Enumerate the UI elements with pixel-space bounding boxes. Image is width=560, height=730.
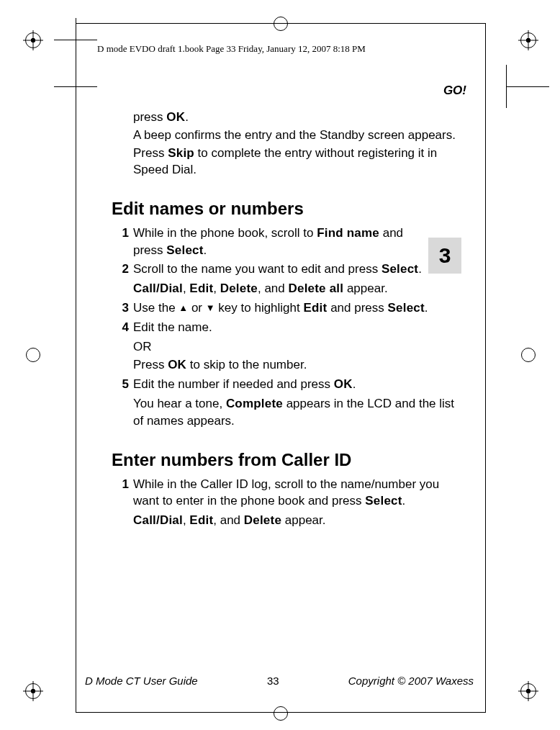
step-number: 4 (112, 319, 129, 336)
footer-right: Copyright © 2007 Waxess (348, 675, 474, 687)
text: . (418, 262, 422, 276)
menu-label: Delete (220, 281, 258, 295)
step-number: 3 (112, 299, 129, 317)
step-sub: Call/Dial, Edit, and Delete appear. (133, 512, 457, 529)
menu-label: Select (166, 243, 203, 257)
text: Press (133, 146, 168, 160)
step-row: 5 Edit the number if needed and press OK… (112, 376, 457, 393)
text: You hear a tone, (133, 397, 226, 410)
menu-label: Edit (303, 301, 327, 315)
step-row: 1 While in the Caller ID log, scroll to … (112, 476, 457, 510)
text: Scroll to the name you want to edit and … (133, 262, 381, 276)
step-text: Use the ▲ or ▼ key to highlight Edit and… (133, 299, 457, 317)
menu-label: Edit (189, 281, 213, 295)
step-text: While in the Caller ID log, scroll to th… (133, 476, 457, 510)
text: appear. (281, 513, 325, 527)
step-row: 1 While in the phone book, scroll to Fin… (112, 225, 457, 259)
page-footer: D Mode CT User Guide 33 Copyright © 2007… (85, 675, 474, 687)
text: appear. (343, 281, 387, 295)
step-row: 2 Scroll to the name you want to edit an… (112, 261, 457, 278)
text: . (185, 110, 189, 124)
menu-label: OK (334, 377, 353, 391)
step-text: Edit the name. (133, 319, 457, 336)
menu-label: Select (381, 262, 418, 276)
step-sub: Press OK to skip to the number. (133, 356, 457, 374)
body-text: A beep confirms the entry and the Standb… (133, 127, 457, 144)
step-row: 3 Use the ▲ or ▼ key to highlight Edit a… (112, 299, 457, 317)
step-text: While in the phone book, scroll to Find … (133, 225, 457, 259)
menu-label: Skip (168, 146, 194, 160)
text: and press (327, 301, 387, 315)
draft-header: D mode EVDO draft 1.book Page 33 Friday,… (97, 43, 366, 55)
text: , (213, 281, 220, 295)
text: . (425, 301, 428, 315)
text: press (133, 110, 166, 124)
text: , (183, 281, 189, 295)
text: Use the (133, 301, 179, 315)
text: , and (258, 281, 289, 295)
registration-mark-icon (518, 681, 537, 700)
body-text: press OK. (133, 109, 457, 126)
step-row: 4 Edit the name. (112, 319, 457, 336)
up-arrow-icon: ▲ (179, 302, 188, 313)
step-sub: Call/Dial, Edit, Delete, and Delete all … (133, 280, 457, 297)
registration-mark-icon (518, 30, 537, 49)
chapter-tab: 3 (428, 238, 461, 274)
page-content: 3 press OK. A beep confirms the entry an… (112, 108, 457, 529)
menu-label: Select (365, 494, 402, 508)
menu-label: Find name (317, 226, 379, 240)
text: , and (213, 513, 244, 527)
menu-label: Delete all (289, 281, 344, 295)
footer-left: D Mode CT User Guide (85, 675, 198, 687)
step-text: Edit the number if needed and press OK. (133, 376, 457, 393)
step-number: 2 (112, 261, 129, 278)
section-heading: Edit names or numbers (112, 199, 457, 219)
step-sub: OR (133, 338, 457, 356)
step-text: Scroll to the name you want to edit and … (133, 261, 457, 278)
down-arrow-icon: ▼ (206, 302, 215, 313)
menu-label: Edit (189, 513, 213, 527)
menu-label: OK (166, 110, 185, 124)
step-number: 1 (112, 476, 129, 493)
text: or (188, 301, 206, 315)
step-sub: You hear a tone, Complete appears in the… (133, 395, 457, 430)
text: . (402, 494, 406, 508)
text: Press (133, 358, 168, 371)
menu-label: Complete (226, 397, 283, 410)
text: Edit the number if needed and press (133, 377, 334, 391)
menu-label: Select (388, 301, 425, 315)
registration-mark-icon (23, 681, 42, 700)
text: to skip to the number. (186, 358, 307, 371)
page-number: 33 (267, 675, 279, 687)
step-number: 1 (112, 225, 129, 242)
menu-label: Call/Dial (133, 281, 183, 295)
text: , (183, 513, 189, 527)
text: key to highlight (215, 301, 304, 315)
section-heading: Enter numbers from Caller ID (112, 450, 457, 470)
menu-label: Delete (244, 513, 281, 527)
running-head: GO! (443, 84, 466, 98)
step-number: 5 (112, 376, 129, 393)
registration-mark-icon (23, 30, 42, 49)
text: . (353, 377, 356, 391)
body-text: Press Skip to complete the entry without… (133, 145, 457, 179)
text: While in the phone book, scroll to (133, 226, 317, 240)
text: . (204, 243, 207, 257)
menu-label: Call/Dial (133, 513, 183, 527)
menu-label: OK (168, 358, 186, 371)
